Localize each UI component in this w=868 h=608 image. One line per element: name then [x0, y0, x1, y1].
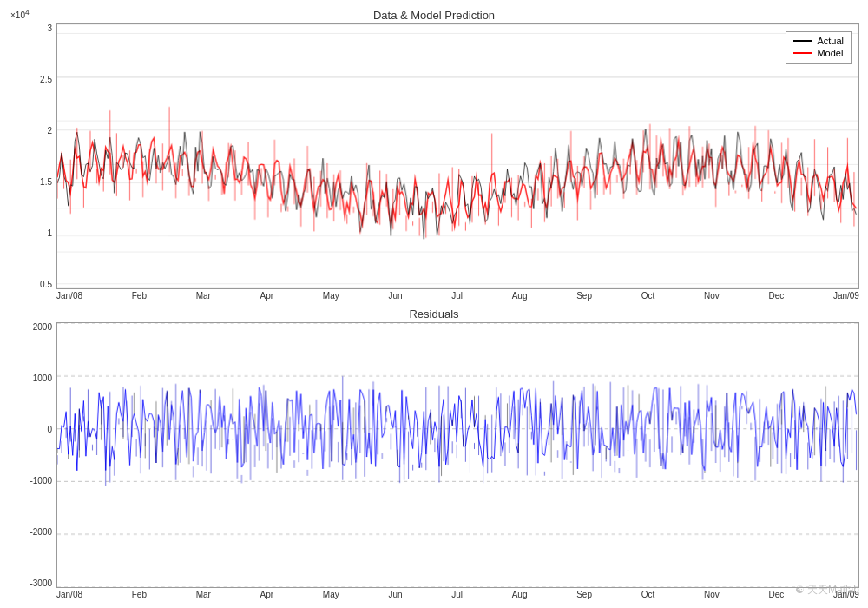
y-axis-exponent: ×104: [10, 8, 30, 20]
bottom-chart-inner: 2000 1000 0 -1000 -2000 -3000: [9, 322, 859, 588]
bottom-y-axis: 2000 1000 0 -1000 -2000 -3000: [9, 322, 56, 588]
top-chart-area: Actual Model: [56, 23, 859, 289]
legend-model: Model: [793, 48, 844, 58]
top-chart-panel: Data & Model Prediction ×104 3 2.5 2 1.5…: [9, 9, 859, 301]
legend-model-label: Model: [817, 48, 843, 58]
top-y-label-3: 3: [47, 23, 52, 33]
top-y-axis: ×104 3 2.5 2 1.5 1 0.5: [9, 23, 56, 289]
top-y-label-15: 1.5: [40, 177, 52, 187]
top-x-apr: Apr: [260, 291, 274, 301]
top-chart-canvas: [57, 24, 858, 288]
bottom-y-n3000: -3000: [30, 578, 52, 588]
top-y-label-1: 1: [47, 228, 52, 238]
bottom-x-nov: Nov: [704, 590, 720, 599]
top-x-aug: Aug: [512, 291, 528, 301]
bottom-x-apr: Apr: [260, 590, 274, 599]
bottom-x-dec: Dec: [768, 590, 784, 599]
bottom-x-jun: Jun: [388, 590, 402, 599]
top-x-dec: Dec: [768, 291, 784, 301]
top-chart-inner: ×104 3 2.5 2 1.5 1 0.5 Actual Model: [9, 23, 859, 289]
top-x-feb: Feb: [132, 291, 147, 301]
bottom-y-2000: 2000: [33, 322, 52, 332]
top-chart-title: Data & Model Prediction: [9, 9, 859, 22]
bottom-y-1000: 1000: [33, 373, 52, 383]
top-y-label-2: 2: [47, 126, 52, 135]
top-x-jan09: Jan/09: [833, 291, 859, 301]
legend-model-line: [793, 52, 812, 54]
top-x-jun: Jun: [388, 291, 402, 301]
bottom-x-aug: Aug: [512, 590, 528, 599]
bottom-chart-canvas: [57, 323, 858, 587]
top-x-oct: Oct: [641, 291, 655, 301]
bottom-x-jan08: Jan/08: [56, 590, 82, 599]
bottom-x-sep: Sep: [576, 590, 592, 599]
legend-actual-line: [793, 40, 812, 42]
top-x-may: May: [323, 291, 339, 301]
bottom-y-n2000: -2000: [30, 527, 52, 537]
bottom-chart-panel: Residuals 2000 1000 0 -1000 -2000 -3000 …: [9, 307, 859, 599]
top-x-mar: Mar: [196, 291, 211, 301]
chart-container: Data & Model Prediction ×104 3 2.5 2 1.5…: [0, 0, 868, 608]
bottom-y-n1000: -1000: [30, 476, 52, 486]
legend-actual: Actual: [793, 36, 844, 46]
bottom-x-feb: Feb: [132, 590, 147, 599]
bottom-x-may: May: [323, 590, 339, 599]
top-y-label-05: 0.5: [40, 280, 52, 289]
bottom-x-oct: Oct: [641, 590, 655, 599]
legend-actual-label: Actual: [817, 36, 844, 46]
bottom-chart-area: [56, 322, 859, 588]
bottom-chart-title: Residuals: [9, 307, 859, 321]
bottom-y-0: 0: [47, 425, 52, 434]
chart-legend: Actual Model: [786, 31, 852, 64]
watermark: ☯ 天天Matlab: [795, 583, 859, 598]
top-x-jan08: Jan/08: [56, 291, 82, 301]
top-x-jul: Jul: [451, 291, 463, 301]
top-y-label-25: 2.5: [40, 75, 52, 84]
top-x-nov: Nov: [704, 291, 720, 301]
bottom-x-axis: Jan/08 Feb Mar Apr May Jun Jul Aug Sep O…: [9, 590, 859, 599]
bottom-x-mar: Mar: [196, 590, 211, 599]
bottom-x-jul: Jul: [451, 590, 463, 599]
top-x-axis: Jan/08 Feb Mar Apr May Jun Jul Aug Sep O…: [9, 291, 859, 301]
top-x-sep: Sep: [576, 291, 592, 301]
